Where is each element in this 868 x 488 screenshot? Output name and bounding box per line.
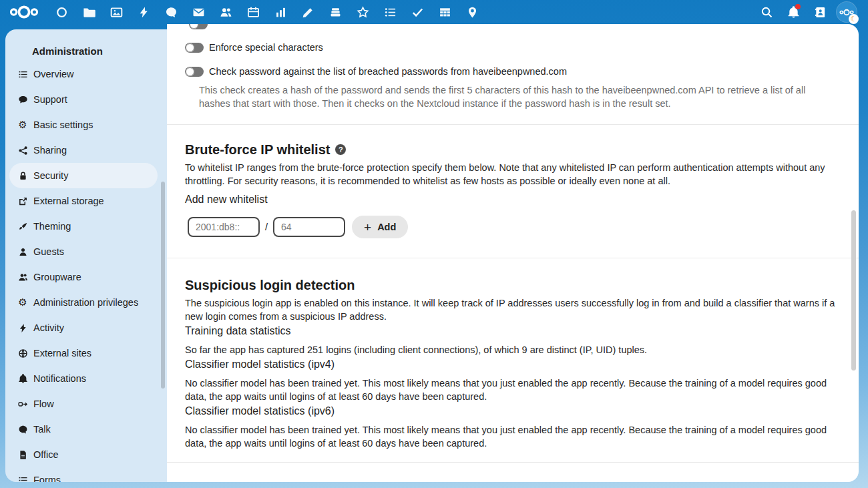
lock-icon	[17, 170, 28, 181]
toggle-label: Check password against the list of breac…	[209, 66, 567, 77]
sidebar-item-security[interactable]: Security	[9, 163, 158, 188]
gear-icon: ⚙	[17, 297, 28, 308]
header-right-icons: ☾	[753, 0, 860, 24]
toggle-switch[interactable]	[185, 43, 204, 53]
sidebar-nav: OverviewSupport⚙Basic settingsSharingSec…	[5, 61, 167, 482]
sidebar-scrollbar[interactable]	[161, 182, 165, 389]
page: ☾ Administration OverviewSupport⚙Basic s…	[0, 0, 868, 488]
add-new-whitelist-label: Add new whitelist	[185, 193, 843, 206]
app-launcher-mail-icon[interactable]	[192, 5, 205, 19]
subsection-heading: Training data statistics	[185, 324, 843, 338]
sidebar-item-external-sites[interactable]: External sites	[9, 340, 158, 366]
nextcloud-logo[interactable]	[0, 5, 48, 19]
sidebar-item-forms[interactable]: Forms	[9, 467, 158, 482]
sidebar-title: Administration	[32, 45, 167, 57]
bell-icon	[17, 373, 28, 384]
app-launcher-tasks-icon[interactable]	[411, 5, 424, 19]
ip-mask-separator: /	[265, 222, 268, 232]
section-divider	[167, 258, 859, 258]
bruteforce-title-text: Brute-force IP whitelist	[185, 141, 330, 158]
external-link-icon	[17, 196, 28, 206]
ip-range-input[interactable]	[188, 217, 260, 237]
contacts-menu-button[interactable]	[807, 0, 833, 24]
sidebar-item-flow[interactable]: Flow	[9, 391, 158, 417]
sidebar-item-overview[interactable]: Overview	[9, 61, 158, 87]
sidebar-item-office[interactable]: Office	[9, 442, 158, 467]
sidebar-item-administration-privileges[interactable]: ⚙Administration privileges	[9, 290, 158, 315]
user-menu[interactable]: ☾	[833, 0, 860, 24]
notifications-button[interactable]	[780, 0, 807, 24]
bolt-icon	[17, 322, 28, 333]
suspicious-login-title: Suspicious login detection	[185, 276, 843, 294]
globe-icon	[17, 348, 28, 358]
plus-icon: +	[364, 221, 371, 234]
share-icon	[17, 145, 28, 156]
app-launcher-contacts-icon[interactable]	[219, 5, 232, 19]
app-icon-bar	[55, 5, 479, 19]
sidebar-item-activity[interactable]: Activity	[9, 315, 158, 340]
sidebar-item-label: Office	[33, 449, 59, 460]
password-policy-toggles: Enforce special charactersCheck password…	[185, 42, 843, 77]
sidebar-item-label: Forms	[33, 475, 61, 482]
sidebar-item-label: Notifications	[33, 373, 86, 384]
toggle-row: Enforce special characters	[185, 42, 843, 53]
sidebar-item-basic-settings[interactable]: ⚙Basic settings	[9, 112, 158, 138]
app-launcher-tables-icon[interactable]	[438, 5, 451, 19]
sidebar-item-label: Support	[33, 94, 67, 105]
app-launcher-notes-icon[interactable]	[301, 5, 314, 19]
toggle-switch-cutoff[interactable]	[189, 24, 208, 29]
app-launcher-deck-icon[interactable]	[329, 5, 342, 19]
sidebar-item-notifications[interactable]: Notifications	[9, 366, 158, 391]
app-launcher-activity-icon[interactable]	[137, 5, 150, 19]
question-mark-icon[interactable]: ?	[335, 144, 346, 155]
sidebar-item-label: Basic settings	[33, 119, 93, 130]
user-icon	[17, 246, 28, 257]
sidebar-item-label: Groupware	[33, 272, 81, 282]
moon-icon: ☾	[849, 14, 859, 24]
sidebar-item-external-storage[interactable]: External storage	[9, 188, 158, 214]
app-launcher-talk-icon[interactable]	[164, 5, 178, 19]
app-launcher-analytics-icon[interactable]	[274, 5, 287, 19]
unread-dot	[795, 4, 801, 9]
top-header-bar: ☾	[0, 0, 868, 24]
whitelist-form: / + Add	[188, 216, 843, 238]
hibp-hint-text: This check creates a hash of the passwor…	[199, 83, 816, 110]
sidebar-item-label: Talk	[33, 424, 51, 435]
avatar[interactable]: ☾	[837, 2, 857, 22]
subsection-text: So far the app has captured 251 logins (…	[185, 343, 840, 356]
bruteforce-section-title: Brute-force IP whitelist ?	[185, 141, 843, 158]
app-launcher-dashboard-icon[interactable]	[55, 5, 68, 19]
list-icon	[17, 69, 28, 79]
toggle-switch[interactable]	[185, 67, 204, 77]
app-launcher-calendar-icon[interactable]	[246, 5, 260, 19]
ip-mask-input[interactable]	[273, 217, 345, 237]
sidebar-item-label: Flow	[33, 399, 54, 409]
app-launcher-maps-icon[interactable]	[465, 5, 479, 19]
app-launcher-collectives-icon[interactable]	[356, 5, 369, 19]
sidebar-item-label: Activity	[33, 322, 64, 333]
header-search-button[interactable]	[753, 0, 780, 24]
content-scrollbar[interactable]	[851, 210, 856, 371]
sidebar-item-sharing[interactable]: Sharing	[9, 138, 158, 163]
sidebar-item-groupware[interactable]: Groupware	[9, 264, 158, 290]
add-whitelist-button[interactable]: + Add	[352, 216, 408, 238]
sidebar-item-label: Overview	[33, 69, 73, 79]
toggle-row: Check password against the list of breac…	[185, 66, 843, 77]
add-button-label: Add	[377, 222, 396, 232]
app-launcher-tasks-list-icon[interactable]	[383, 5, 397, 19]
sidebar-item-support[interactable]: Support	[9, 87, 158, 112]
list-icon	[17, 475, 28, 482]
users-icon	[17, 272, 28, 282]
app-launcher-files-icon[interactable]	[82, 5, 95, 19]
sidebar-item-guests[interactable]: Guests	[9, 239, 158, 264]
sidebar-item-theming[interactable]: Theming	[9, 214, 158, 239]
gear-icon: ⚙	[17, 119, 28, 130]
bruteforce-description: To whitelist IP ranges from the brute-fo…	[185, 161, 840, 188]
subsection-text: No classifier model has been trained yet…	[185, 423, 840, 450]
sidebar-item-label: Guests	[33, 246, 64, 257]
sidebar-item-talk[interactable]: Talk	[9, 417, 158, 442]
settings-sidebar: Administration OverviewSupport⚙Basic set…	[5, 29, 167, 482]
flow-icon	[17, 399, 28, 409]
sidebar-item-label: Theming	[33, 221, 71, 232]
app-launcher-photos-icon[interactable]	[110, 5, 123, 19]
